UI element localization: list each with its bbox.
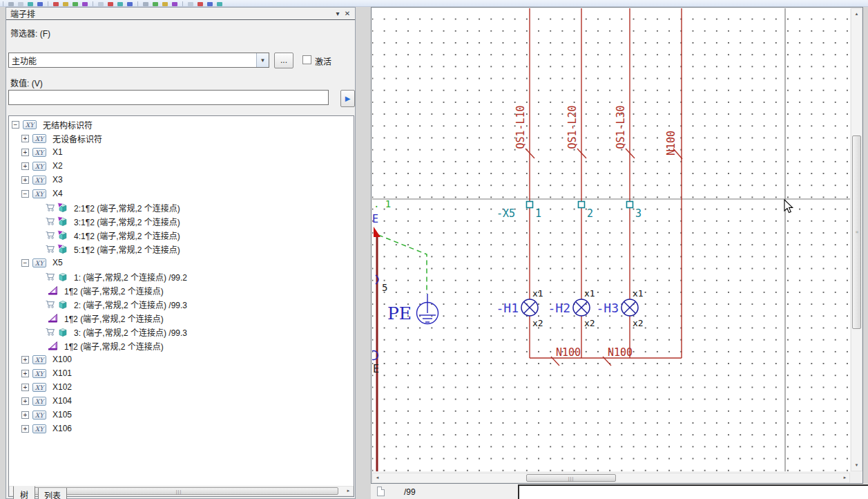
toolbar-icon[interactable] [172, 2, 177, 6]
toolbar-icon[interactable] [153, 2, 158, 6]
apply-value-button[interactable]: ▶ [340, 90, 355, 107]
expand-toggle-icon[interactable]: + [21, 411, 29, 419]
terminal-point[interactable] [627, 202, 633, 208]
tree-item[interactable]: −XYX5 [9, 256, 354, 270]
wire-label[interactable]: QS1-L10 [514, 105, 527, 149]
terminal-strip-name[interactable]: -X5 [496, 207, 515, 220]
tree-item[interactable]: +XYX106 [9, 422, 354, 435]
collapse-toggle-icon[interactable]: − [12, 121, 19, 129]
wire-label[interactable]: QS1-L20 [566, 105, 579, 149]
terminal-point[interactable] [579, 202, 585, 208]
tree-item[interactable]: +XYX101 [9, 366, 354, 380]
scroll-left-icon[interactable]: ◄ [373, 473, 382, 482]
tree-item[interactable]: 1¶2 (端子,常规,2 个连接点) [9, 311, 354, 325]
expand-toggle-icon[interactable]: + [21, 356, 29, 364]
lamp-name[interactable]: -H3 [596, 301, 619, 315]
toolbar-icon[interactable] [63, 2, 68, 6]
tree-item[interactable]: +XYX105 [9, 408, 354, 422]
terminal-point[interactable] [527, 202, 533, 208]
tree-item[interactable]: 2:1¶2 (端子,常规,2 个连接点) [9, 200, 354, 214]
toolbar-icon[interactable] [98, 2, 104, 6]
collapse-toggle-icon[interactable]: − [21, 259, 29, 267]
expand-toggle-icon[interactable]: + [21, 397, 29, 405]
scroll-right-icon[interactable]: ► [344, 487, 353, 496]
toolbar-icon[interactable] [108, 2, 113, 6]
schematic-horizontal-scrollbar[interactable]: ◄ ► ||| [372, 473, 850, 483]
tree-item[interactable]: 1¶2 (端子,常规,2 个连接点) [9, 339, 354, 352]
lamp-symbol[interactable] [573, 299, 590, 316]
tree-item[interactable]: −XYX4 [9, 187, 354, 200]
tab-tree[interactable]: 树 [13, 486, 35, 499]
toolbar-icon[interactable] [28, 2, 33, 6]
earth-symbol[interactable] [417, 294, 438, 324]
filter-browse-button[interactable]: ... [274, 53, 293, 68]
expand-toggle-icon[interactable]: + [21, 149, 29, 156]
scroll-right-icon[interactable]: ► [840, 473, 849, 482]
pe-label[interactable]: PE [387, 303, 412, 323]
tree-item[interactable]: 2: (端子,常规,2 个连接点) /99.3 [9, 297, 354, 311]
tree-item[interactable]: +XYX1 [9, 145, 354, 159]
expand-toggle-icon[interactable]: + [21, 370, 29, 377]
toolbar-icon[interactable] [82, 2, 88, 6]
tree-item[interactable]: 5:1¶2 (端子,常规,2 个连接点) [9, 242, 354, 256]
toolbar-icon[interactable] [117, 2, 123, 6]
toolbar-icon[interactable] [18, 2, 23, 6]
wire-label[interactable]: QS1-L30 [615, 105, 627, 149]
toolbar-icon[interactable] [197, 2, 203, 6]
panel-menu-caret-icon[interactable]: ▾ [333, 10, 343, 17]
expand-toggle-icon[interactable]: + [21, 384, 29, 391]
bus-label[interactable]: N100 [608, 346, 633, 359]
tree-item[interactable]: 3:1¶2 (端子,常规,2 个连接点) [9, 214, 354, 228]
filter-combobox[interactable]: 主功能 ▼ [8, 53, 269, 68]
combobox-arrow-icon[interactable]: ▼ [256, 53, 269, 67]
toolbar-icon[interactable] [53, 2, 59, 6]
main-toolbar[interactable] [0, 0, 868, 7]
value-input[interactable] [8, 90, 329, 105]
terminal-number[interactable]: 3 [635, 207, 642, 220]
collapse-toggle-icon[interactable]: − [21, 190, 29, 198]
wire-QS1-L30[interactable] [626, 8, 635, 358]
schematic-vscroll-thumb[interactable]: ≡ [852, 135, 861, 329]
expand-toggle-icon[interactable]: + [21, 162, 29, 170]
toolbar-icon[interactable] [188, 2, 193, 6]
active-checkbox[interactable] [302, 55, 311, 64]
tree-item[interactable]: +XY无设备标识符 [9, 131, 354, 145]
terminal-number[interactable]: 2 [587, 207, 593, 220]
expand-toggle-icon[interactable]: + [21, 176, 29, 184]
lamp-name[interactable]: -H2 [548, 301, 570, 315]
wire-QS1-L10[interactable] [525, 8, 534, 358]
schematic-vertical-scrollbar[interactable]: ▲ ▼ ≡ [851, 8, 862, 471]
tree-item[interactable]: 1: (端子,常规,2 个连接点) /99.2 [9, 270, 354, 283]
tree-item[interactable]: +XYX104 [9, 394, 354, 408]
bus-label[interactable]: N100 [556, 346, 581, 359]
toolbar-icon[interactable] [143, 2, 148, 6]
toolbar-icon[interactable] [73, 2, 78, 6]
terminal-number[interactable]: 1 [535, 207, 541, 220]
tree-item[interactable]: +XYX100 [9, 352, 354, 366]
expand-toggle-icon[interactable]: + [21, 425, 29, 433]
tab-list[interactable]: 列表 [38, 488, 67, 499]
wire-QS1-L20[interactable] [577, 8, 586, 358]
toolbar-icon[interactable] [162, 2, 168, 6]
tree-item[interactable]: +XYX102 [9, 380, 354, 394]
tree-item[interactable]: 3: (端子,常规,2 个连接点) /99.3 [9, 325, 354, 339]
tree-item[interactable]: +XYX2 [9, 159, 354, 173]
expand-toggle-icon[interactable]: + [21, 135, 29, 142]
tree-item[interactable]: 1¶2 (端子,常规,2 个连接点) [9, 283, 354, 297]
panel-close-icon[interactable]: ✕ [343, 10, 352, 17]
tree-item[interactable]: −XY无结构标识符 [9, 117, 354, 131]
panel-titlebar[interactable]: 端子排 ▾ ✕ [6, 8, 355, 20]
sheet-tab[interactable]: /99 [404, 487, 416, 497]
lamp-symbol[interactable] [621, 299, 638, 316]
toolbar-icon[interactable] [217, 2, 222, 6]
scroll-down-icon[interactable]: ▼ [852, 461, 861, 470]
lamp-symbol[interactable] [521, 299, 538, 316]
wire-label[interactable]: N100 [665, 131, 677, 156]
toolbar-icon[interactable] [8, 2, 14, 6]
toolbar-icon[interactable] [37, 2, 43, 6]
toolbar-icon[interactable] [127, 2, 133, 6]
tree-item[interactable]: +XYX3 [9, 173, 354, 187]
lamp-name[interactable]: -H1 [496, 301, 519, 315]
schematic-canvas[interactable]: QS1-L101-H1x1x2QS1-L202-H2x1x2QS1-L303-H… [372, 8, 850, 471]
schematic-hscroll-thumb[interactable]: ||| [526, 474, 616, 482]
